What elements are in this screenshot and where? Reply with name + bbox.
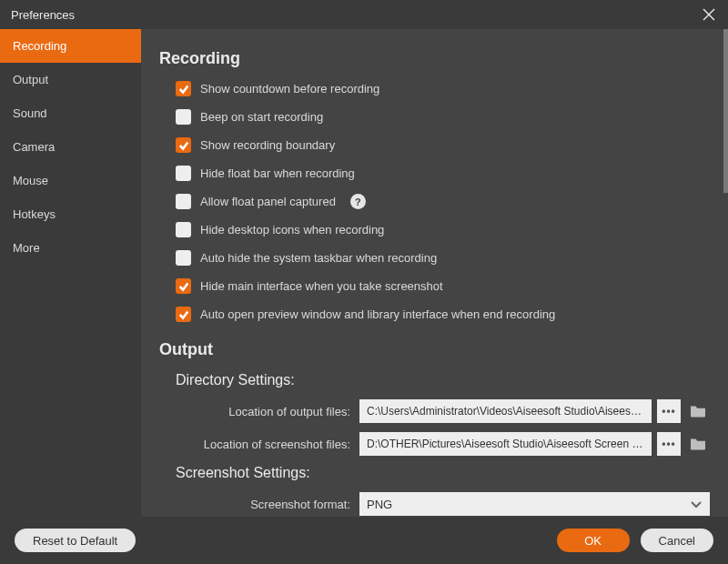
option-allow-float-captured[interactable]: Allow float panel captured ? [176,194,710,209]
sidebar-item-output[interactable]: Output [0,63,141,96]
sidebar-item-label: Sound [13,106,47,120]
option-auto-open-preview[interactable]: Auto open preview window and library int… [176,307,710,322]
sidebar: Recording Output Sound Camera Mouse Hotk… [0,29,141,517]
footer: Reset to Default OK Cancel [0,517,728,564]
option-label: Show countdown before recording [200,82,379,96]
checkbox[interactable] [176,166,191,181]
sidebar-item-label: Recording [13,39,66,53]
window-title: Preferences [11,8,75,22]
option-label: Auto open preview window and library int… [200,307,555,321]
option-hide-main-interface[interactable]: Hide main interface when you take screen… [176,278,710,294]
option-label: Hide desktop icons when recording [200,223,384,237]
cancel-button[interactable]: Cancel [641,529,713,552]
browse-dots-icon[interactable]: ••• [657,399,681,423]
help-icon[interactable]: ? [350,194,366,209]
option-show-boundary[interactable]: Show recording boundary [176,137,710,153]
browse-dots-icon[interactable]: ••• [657,432,681,456]
field-output-location: Location of output files: ••• [159,399,710,423]
sidebar-item-label: More [13,241,40,255]
option-label: Allow float panel captured [200,195,336,208]
checkbox[interactable] [176,307,191,322]
sub-title-directory: Directory Settings: [176,372,710,388]
checkbox[interactable] [176,222,191,237]
titlebar: Preferences [0,0,728,29]
option-label: Hide float bar when recording [200,166,355,180]
option-hide-float-bar[interactable]: Hide float bar when recording [176,166,710,181]
checkbox[interactable] [176,109,191,125]
sidebar-item-label: Mouse [13,174,48,187]
field-label: Screenshot format: [159,498,359,511]
screenshot-format-select[interactable]: PNG [359,492,710,516]
option-auto-hide-taskbar[interactable]: Auto hide the system taskbar when record… [176,250,710,266]
open-folder-icon[interactable] [686,432,710,456]
field-label: Location of output files: [159,405,359,418]
main-panel: Recording Show countdown before recordin… [141,29,728,517]
close-icon[interactable] [701,6,717,23]
scrollbar-thumb[interactable] [723,29,728,193]
option-beep-start[interactable]: Beep on start recording [176,109,710,125]
section-title-recording: Recording [159,49,710,68]
field-screenshot-location: Location of screenshot files: ••• [159,432,710,456]
select-value: PNG [367,498,392,511]
field-screenshot-format: Screenshot format: PNG [159,492,710,516]
sidebar-item-label: Hotkeys [13,207,56,221]
option-label: Auto hide the system taskbar when record… [200,251,437,265]
body: Recording Output Sound Camera Mouse Hotk… [0,29,728,517]
sidebar-item-label: Camera [13,140,55,154]
footer-right: OK Cancel [557,529,713,552]
sidebar-item-label: Output [13,73,48,86]
recording-options: Show countdown before recording Beep on … [176,81,710,322]
sidebar-item-more[interactable]: More [0,231,141,265]
sidebar-item-recording[interactable]: Recording [0,29,141,63]
option-label: Show recording boundary [200,138,335,152]
sidebar-item-hotkeys[interactable]: Hotkeys [0,197,141,231]
sub-title-screenshot: Screenshot Settings: [176,465,710,481]
checkbox[interactable] [176,194,191,209]
sidebar-item-mouse[interactable]: Mouse [0,164,141,197]
option-show-countdown[interactable]: Show countdown before recording [176,81,710,96]
chevron-down-icon [690,498,703,510]
output-path-input[interactable] [359,399,652,423]
reset-default-button[interactable]: Reset to Default [15,529,136,552]
option-label: Beep on start recording [200,110,323,124]
open-folder-icon[interactable] [686,399,710,423]
checkbox[interactable] [176,278,191,294]
sidebar-item-camera[interactable]: Camera [0,130,141,164]
ok-button[interactable]: OK [557,529,630,552]
checkbox[interactable] [176,81,191,96]
sidebar-item-sound[interactable]: Sound [0,96,141,130]
field-label: Location of screenshot files: [159,438,359,451]
option-hide-desktop-icons[interactable]: Hide desktop icons when recording [176,222,710,237]
checkbox[interactable] [176,137,191,153]
option-label: Hide main interface when you take screen… [200,279,443,293]
screenshot-path-input[interactable] [359,432,652,456]
checkbox[interactable] [176,250,191,266]
section-title-output: Output [159,340,710,359]
